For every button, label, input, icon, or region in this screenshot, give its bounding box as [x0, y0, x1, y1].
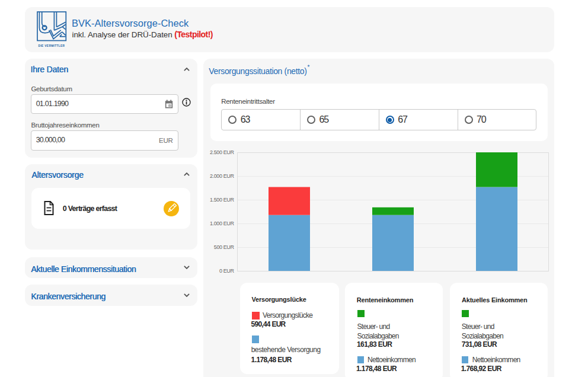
svg-text:1.000 EUR: 1.000 EUR: [210, 221, 234, 226]
svg-text:2.000 EUR: 2.000 EUR: [210, 173, 234, 179]
svg-text:1.500 EUR: 1.500 EUR: [210, 197, 234, 203]
svg-text:0 EUR: 0 EUR: [219, 268, 234, 274]
svg-text:2.500 EUR: 2.500 EUR: [210, 149, 234, 155]
svg-text:DIE VERMITTLER: DIE VERMITTLER: [39, 44, 65, 47]
svg-text:500 EUR: 500 EUR: [213, 244, 234, 250]
